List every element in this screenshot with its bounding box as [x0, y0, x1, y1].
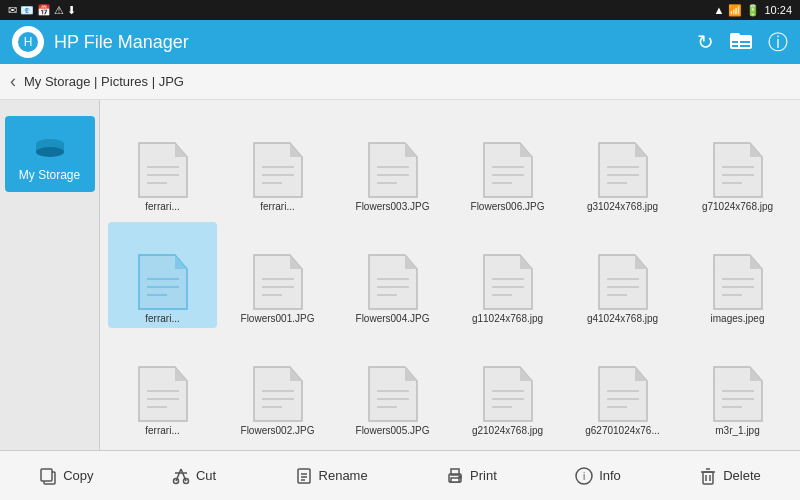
file-icon: [137, 365, 189, 423]
svg-text:H: H: [24, 35, 33, 49]
file-name: Flowers001.JPG: [241, 313, 315, 324]
file-item[interactable]: m3r_1.jpg: [683, 334, 792, 440]
download-icon: ⬇: [67, 4, 76, 17]
file-name: g21024x768.jpg: [472, 425, 543, 436]
title-bar-right: ↻ ⓘ: [697, 29, 788, 56]
file-item[interactable]: Flowers003.JPG: [338, 110, 447, 216]
file-name: Flowers006.JPG: [471, 201, 545, 212]
file-item[interactable]: g62701024x76...: [568, 334, 677, 440]
app-icon: H: [12, 26, 44, 58]
file-item[interactable]: g71024x768.jpg: [683, 110, 792, 216]
toolbar-delete-button[interactable]: Delete: [687, 461, 773, 491]
toolbar-copy-label: Copy: [63, 468, 93, 483]
email-icon: 📧: [20, 4, 34, 17]
file-item[interactable]: ferrari...: [223, 110, 332, 216]
storage-icon: [32, 126, 68, 162]
info-icon: i: [575, 467, 593, 485]
file-item[interactable]: ferrari...: [108, 334, 217, 440]
file-name: images.jpeg: [711, 313, 765, 324]
svg-text:i: i: [583, 471, 585, 482]
svg-rect-7: [740, 45, 750, 47]
svg-rect-110: [298, 469, 310, 483]
file-grid: ferrari... ferrari... Flowers003.JPG Flo…: [100, 100, 800, 450]
toolbar-cut-button[interactable]: Cut: [160, 461, 228, 491]
back-button[interactable]: ‹: [10, 71, 16, 92]
file-icon: [367, 365, 419, 423]
file-icon: [252, 141, 304, 199]
toolbar-info-label: Info: [599, 468, 621, 483]
main-layout: My Storage ferrari... ferrari... Flowers…: [0, 100, 800, 450]
file-item[interactable]: ferrari...: [108, 222, 217, 328]
toolbar-rename-button[interactable]: Rename: [283, 461, 380, 491]
file-item[interactable]: images.jpeg: [683, 222, 792, 328]
battery-icon: 🔋: [746, 4, 760, 17]
alert-icon: ⚠: [54, 4, 64, 17]
file-name: g41024x768.jpg: [587, 313, 658, 324]
svg-rect-4: [732, 41, 738, 43]
clock: 10:24: [764, 4, 792, 16]
file-icon: [712, 365, 764, 423]
file-icon: [597, 253, 649, 311]
file-item[interactable]: Flowers002.JPG: [223, 334, 332, 440]
file-name: g71024x768.jpg: [702, 201, 773, 212]
svg-point-117: [459, 476, 461, 478]
toolbar-info-button[interactable]: i Info: [563, 461, 633, 491]
file-icon: [482, 141, 534, 199]
svg-point-12: [36, 147, 64, 157]
file-item[interactable]: g31024x768.jpg: [568, 110, 677, 216]
folder-button[interactable]: [730, 31, 752, 54]
file-item[interactable]: Flowers004.JPG: [338, 222, 447, 328]
toolbar-print-button[interactable]: Print: [434, 461, 509, 491]
file-name: g31024x768.jpg: [587, 201, 658, 212]
file-item[interactable]: ferrari...: [108, 110, 217, 216]
svg-rect-5: [732, 45, 738, 47]
svg-rect-3: [730, 33, 740, 38]
breadcrumb-path: My Storage | Pictures | JPG: [24, 74, 184, 89]
rename-icon: [295, 467, 313, 485]
file-item[interactable]: Flowers005.JPG: [338, 334, 447, 440]
svg-rect-116: [451, 478, 459, 482]
file-item[interactable]: Flowers001.JPG: [223, 222, 332, 328]
info-button[interactable]: ⓘ: [768, 29, 788, 56]
file-name: Flowers003.JPG: [356, 201, 430, 212]
file-name: ferrari...: [260, 201, 294, 212]
sidebar-item-my-storage[interactable]: My Storage: [5, 116, 95, 192]
print-icon: [446, 467, 464, 485]
status-icons-left: ✉ 📧 📅 ⚠ ⬇: [8, 4, 76, 17]
toolbar-print-label: Print: [470, 468, 497, 483]
file-name: ferrari...: [145, 425, 179, 436]
svg-rect-104: [41, 469, 52, 481]
toolbar-rename-label: Rename: [319, 468, 368, 483]
file-icon: [252, 365, 304, 423]
breadcrumb-bar: ‹ My Storage | Pictures | JPG: [0, 64, 800, 100]
toolbar-copy-button[interactable]: Copy: [27, 461, 105, 491]
signal-icon: 📶: [728, 4, 742, 17]
file-name: m3r_1.jpg: [715, 425, 759, 436]
file-icon: [252, 253, 304, 311]
delete-icon: [699, 467, 717, 485]
file-item[interactable]: g41024x768.jpg: [568, 222, 677, 328]
wifi-icon: ▲: [714, 4, 725, 16]
file-name: g11024x768.jpg: [472, 313, 543, 324]
toolbar-cut-label: Cut: [196, 468, 216, 483]
file-icon: [597, 141, 649, 199]
title-bar-left: H HP File Manager: [12, 26, 189, 58]
msg-icon: ✉: [8, 4, 17, 17]
file-name: ferrari...: [145, 201, 179, 212]
copy-icon: [39, 467, 57, 485]
file-name: g62701024x76...: [585, 425, 660, 436]
refresh-button[interactable]: ↻: [697, 30, 714, 54]
toolbar-delete-label: Delete: [723, 468, 761, 483]
file-item[interactable]: g21024x768.jpg: [453, 334, 562, 440]
sidebar: My Storage: [0, 100, 100, 450]
file-icon: [712, 253, 764, 311]
file-item[interactable]: g11024x768.jpg: [453, 222, 562, 328]
file-icon: [137, 253, 189, 311]
file-item[interactable]: Flowers006.JPG: [453, 110, 562, 216]
svg-rect-120: [703, 472, 713, 484]
file-icon: [367, 253, 419, 311]
file-icon: [367, 141, 419, 199]
file-icon: [137, 141, 189, 199]
sidebar-item-label: My Storage: [19, 168, 80, 182]
file-icon: [597, 365, 649, 423]
